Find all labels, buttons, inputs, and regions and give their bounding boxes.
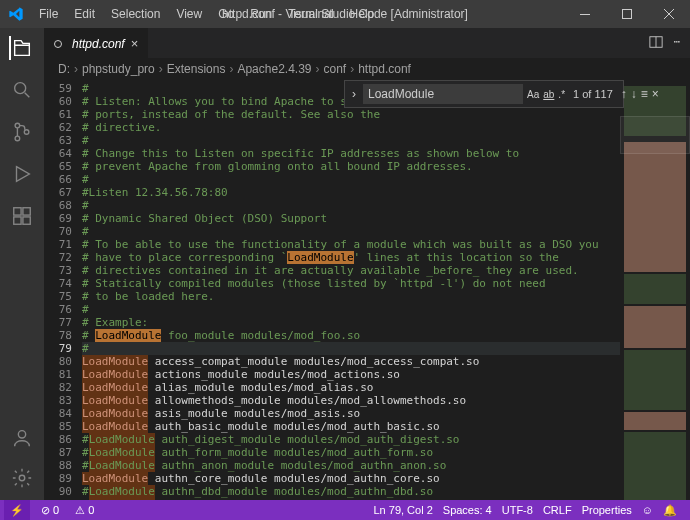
find-expand-icon[interactable]: › bbox=[349, 87, 359, 101]
find-input[interactable] bbox=[363, 84, 523, 104]
close-button[interactable] bbox=[648, 0, 690, 28]
extensions-icon[interactable] bbox=[10, 204, 34, 228]
code-line[interactable]: #Listen 12.34.56.78:80 bbox=[82, 186, 620, 199]
code-line[interactable]: LoadModule alias_module modules/mod_alia… bbox=[82, 381, 620, 394]
code-line[interactable]: LoadModule actions_module modules/mod_ac… bbox=[82, 368, 620, 381]
find-count: 1 of 117 bbox=[569, 88, 617, 100]
match-case-icon[interactable]: Aa bbox=[527, 85, 539, 103]
status-bell-icon[interactable]: 🔔 bbox=[658, 504, 682, 517]
find-widget: › Aa ab .* 1 of 117 ↑ ↓ ≡ × bbox=[344, 80, 624, 108]
breadcrumb-segment[interactable]: Extensions bbox=[167, 62, 226, 76]
status-warnings[interactable]: ⚠ 0 bbox=[70, 504, 99, 517]
code-line[interactable]: LoadModule auth_basic_module modules/mod… bbox=[82, 420, 620, 433]
tab-label: httpd.conf bbox=[72, 37, 125, 51]
code-line[interactable]: # Example: bbox=[82, 316, 620, 329]
svg-point-10 bbox=[18, 431, 25, 438]
status-eol[interactable]: CRLF bbox=[538, 504, 577, 516]
code-line[interactable]: LoadModule allowmethods_module modules/m… bbox=[82, 394, 620, 407]
breadcrumb-segment[interactable]: D: bbox=[58, 62, 70, 76]
code-line[interactable]: # bbox=[82, 342, 620, 355]
settings-gear-icon[interactable] bbox=[10, 466, 34, 490]
minimap[interactable] bbox=[620, 80, 690, 500]
find-next-icon[interactable]: ↓ bbox=[631, 87, 637, 101]
code-line[interactable]: # bbox=[82, 303, 620, 316]
more-actions-icon[interactable]: ⋯ bbox=[673, 35, 680, 52]
status-bar: ⚡ ⊘ 0 ⚠ 0 Ln 79, Col 2 Spaces: 4 UTF-8 C… bbox=[0, 500, 690, 520]
code-line[interactable]: #LoadModule authn_dbm_module modules/mod… bbox=[82, 498, 620, 500]
code-line[interactable]: # have to place corresponding `LoadModul… bbox=[82, 251, 620, 264]
maximize-button[interactable] bbox=[606, 0, 648, 28]
code-line[interactable]: # bbox=[82, 225, 620, 238]
menu-go[interactable]: Go bbox=[211, 3, 241, 25]
tab-close-icon[interactable]: × bbox=[131, 36, 139, 51]
breadcrumb-segment[interactable]: conf bbox=[324, 62, 347, 76]
menu-selection[interactable]: Selection bbox=[104, 3, 167, 25]
account-icon[interactable] bbox=[10, 426, 34, 450]
code-line[interactable]: LoadModule authn_core_module modules/mod… bbox=[82, 472, 620, 485]
code-line[interactable]: # Statically compiled modules (those lis… bbox=[82, 277, 620, 290]
split-editor-icon[interactable] bbox=[649, 35, 663, 52]
explorer-icon[interactable] bbox=[9, 36, 33, 60]
code-line[interactable]: # to be loaded here. bbox=[82, 290, 620, 303]
breadcrumb-segment[interactable]: httpd.conf bbox=[358, 62, 411, 76]
code-line[interactable]: LoadModule access_compat_module modules/… bbox=[82, 355, 620, 368]
status-spaces[interactable]: Spaces: 4 bbox=[438, 504, 497, 516]
status-encoding[interactable]: UTF-8 bbox=[497, 504, 538, 516]
search-icon[interactable] bbox=[10, 78, 34, 102]
editor-area: httpd.conf × ⋯ D: › phpstudy_pro › Exten… bbox=[44, 28, 690, 500]
source-control-icon[interactable] bbox=[10, 120, 34, 144]
code-line[interactable]: # bbox=[82, 173, 620, 186]
code-line[interactable]: # bbox=[82, 134, 620, 147]
svg-point-11 bbox=[19, 475, 25, 481]
code-line[interactable]: # LoadModule foo_module modules/mod_foo.… bbox=[82, 329, 620, 342]
code-lines[interactable]: ## Listen: Allows you to bind Apache to … bbox=[82, 80, 620, 500]
find-selection-icon[interactable]: ≡ bbox=[641, 87, 648, 101]
match-word-icon[interactable]: ab bbox=[543, 85, 554, 103]
code-line[interactable]: # Dynamic Shared Object (DSO) Support bbox=[82, 212, 620, 225]
menu-run[interactable]: Run bbox=[243, 3, 279, 25]
breadcrumb-segment[interactable]: phpstudy_pro bbox=[82, 62, 155, 76]
menu-edit[interactable]: Edit bbox=[67, 3, 102, 25]
code-area[interactable]: › Aa ab .* 1 of 117 ↑ ↓ ≡ × 596061626364… bbox=[44, 80, 690, 500]
regex-icon[interactable]: .* bbox=[558, 85, 565, 103]
code-line[interactable]: #LoadModule auth_form_module modules/mod… bbox=[82, 446, 620, 459]
title-bar: FileEditSelectionViewGoRunTerminalHelp h… bbox=[0, 0, 690, 28]
menu-help[interactable]: Help bbox=[343, 3, 382, 25]
code-line[interactable]: # prevent Apache from glomming onto all … bbox=[82, 160, 620, 173]
activity-bar bbox=[0, 28, 44, 500]
minimize-button[interactable] bbox=[564, 0, 606, 28]
code-line[interactable]: # ports, instead of the default. See als… bbox=[82, 108, 620, 121]
svg-point-3 bbox=[15, 123, 20, 128]
code-line[interactable]: # Change this to Listen on specific IP a… bbox=[82, 147, 620, 160]
status-line-col[interactable]: Ln 79, Col 2 bbox=[368, 504, 437, 516]
find-prev-icon[interactable]: ↑ bbox=[621, 87, 627, 101]
svg-rect-8 bbox=[23, 217, 30, 224]
modified-dot-icon bbox=[54, 40, 62, 48]
menu-view[interactable]: View bbox=[169, 3, 209, 25]
find-close-icon[interactable]: × bbox=[652, 87, 659, 101]
status-language[interactable]: Properties bbox=[577, 504, 637, 516]
code-line[interactable]: #LoadModule auth_digest_module modules/m… bbox=[82, 433, 620, 446]
window-controls bbox=[564, 0, 690, 28]
code-line[interactable]: # directive. bbox=[82, 121, 620, 134]
status-errors[interactable]: ⊘ 0 bbox=[36, 504, 64, 517]
code-line[interactable]: #LoadModule authn_dbd_module modules/mod… bbox=[82, 485, 620, 498]
svg-rect-1 bbox=[623, 10, 632, 19]
tab-actions: ⋯ bbox=[649, 35, 690, 52]
vscode-logo-icon bbox=[8, 6, 24, 22]
menu-file[interactable]: File bbox=[32, 3, 65, 25]
line-gutter: 5960616263646566676869707172737475767778… bbox=[44, 80, 82, 500]
code-line[interactable]: #LoadModule authn_anon_module modules/mo… bbox=[82, 459, 620, 472]
code-line[interactable]: # bbox=[82, 199, 620, 212]
code-line[interactable]: # directives contained in it are actuall… bbox=[82, 264, 620, 277]
breadcrumb[interactable]: D: › phpstudy_pro › Extensions › Apache2… bbox=[44, 58, 690, 80]
menu-terminal[interactable]: Terminal bbox=[281, 3, 340, 25]
svg-point-5 bbox=[24, 130, 29, 135]
tab-httpd-conf[interactable]: httpd.conf × bbox=[44, 28, 148, 58]
code-line[interactable]: LoadModule asis_module modules/mod_asis.… bbox=[82, 407, 620, 420]
run-debug-icon[interactable] bbox=[10, 162, 34, 186]
status-remote[interactable]: ⚡ bbox=[4, 500, 30, 520]
breadcrumb-segment[interactable]: Apache2.4.39 bbox=[237, 62, 311, 76]
status-feedback-icon[interactable]: ☺ bbox=[637, 504, 658, 516]
code-line[interactable]: # To be able to use the functionality of… bbox=[82, 238, 620, 251]
